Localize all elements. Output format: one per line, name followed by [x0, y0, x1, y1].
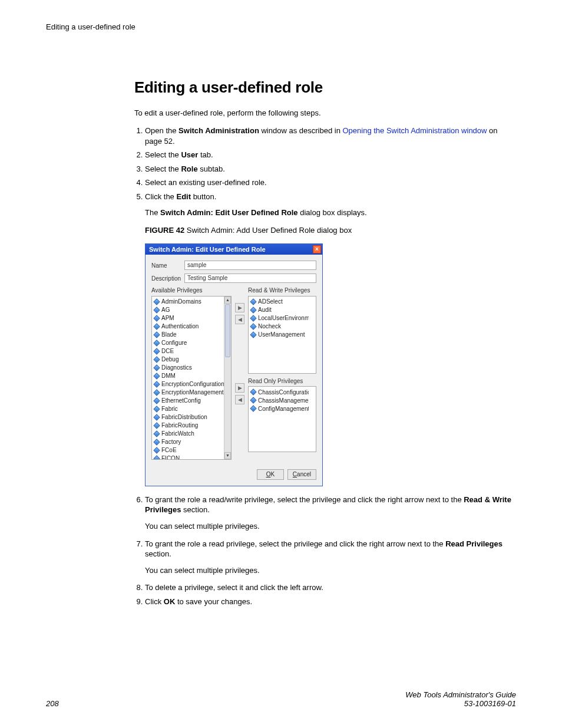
list-item[interactable]: ChassisConfiguration	[250, 388, 309, 396]
move-left-ro-button[interactable]: ◀	[235, 395, 244, 404]
available-privileges-list[interactable]: AdminDomainsAGAPMAuthenticationBladeConf…	[151, 296, 232, 460]
description-label: Description	[151, 275, 184, 283]
scroll-down-icon[interactable]: ▼	[224, 452, 231, 459]
move-right-ro-button[interactable]: ▶	[235, 383, 244, 393]
dialog-title: Switch Admin: Edit User Defined Role	[149, 245, 266, 254]
privilege-icon	[153, 307, 160, 313]
description-field[interactable]: Testing Sample	[184, 274, 316, 283]
available-privileges-label: Available Privileges	[151, 286, 232, 295]
name-label: Name	[151, 262, 184, 270]
footer-docnum: 53-1003169-01	[464, 699, 516, 708]
scroll-up-icon[interactable]: ▲	[224, 297, 231, 304]
privilege-icon	[153, 364, 160, 371]
privilege-icon	[153, 389, 160, 396]
privilege-icon	[153, 439, 160, 445]
dialog-titlebar: Switch Admin: Edit User Defined Role ×	[146, 244, 322, 255]
move-right-rw-button[interactable]: ▶	[235, 303, 244, 312]
step-1: Open the Switch Administration window as…	[145, 126, 516, 146]
step-4: Select an existing user-defined role.	[145, 177, 516, 188]
name-field[interactable]: sample	[184, 261, 316, 270]
list-item[interactable]: EncryptionConfiguration	[153, 380, 224, 388]
privilege-icon	[153, 348, 160, 354]
ro-privileges-list[interactable]: ChassisConfigurationChassisManagementCon…	[248, 386, 316, 452]
step-5: Click the Edit button. The Switch Admin:…	[145, 192, 516, 486]
move-left-rw-button[interactable]: ◀	[235, 315, 244, 324]
privilege-icon	[250, 397, 256, 404]
privilege-icon	[153, 414, 160, 420]
list-item[interactable]: FabricWatch	[153, 430, 224, 438]
page-number: 208	[46, 699, 59, 708]
list-item[interactable]: Authentication	[153, 322, 224, 331]
privilege-icon	[153, 315, 160, 321]
list-item[interactable]: FabricRouting	[153, 421, 224, 430]
cancel-button[interactable]: Cancel	[287, 469, 316, 480]
privilege-icon	[153, 406, 160, 412]
scroll-thumb[interactable]	[225, 304, 230, 357]
list-item[interactable]: EthernetConfig	[153, 397, 224, 405]
privilege-icon	[250, 307, 256, 313]
intro-text: To edit a user-defined role, perform the…	[134, 108, 516, 117]
step-6: To grant the role a read/write privilege…	[145, 495, 516, 532]
running-head: Editing a user-defined role	[46, 22, 516, 31]
edit-role-dialog: Switch Admin: Edit User Defined Role × N…	[145, 243, 323, 486]
list-item[interactable]: DMM	[153, 372, 224, 380]
list-item[interactable]: ChassisManagement	[250, 396, 309, 404]
list-item[interactable]: AG	[153, 306, 224, 314]
ok-button[interactable]: OK	[257, 469, 284, 480]
step-3: Select the Role subtab.	[145, 164, 516, 174]
privilege-icon	[153, 323, 160, 330]
page-footer: 208 Web Tools Administrator's Guide 53-1…	[46, 690, 516, 708]
privilege-icon	[153, 340, 160, 346]
list-item[interactable]: Configure	[153, 339, 224, 347]
list-item[interactable]: Factory	[153, 438, 224, 446]
rw-privileges-list[interactable]: ADSelectAuditLocalUserEnvironmentNocheck…	[248, 296, 316, 374]
steps-list: Open the Switch Administration window as…	[134, 126, 516, 607]
list-item[interactable]: FICON	[153, 454, 224, 459]
list-item[interactable]: EncryptionManagement	[153, 388, 224, 397]
privilege-icon	[153, 447, 160, 453]
privilege-icon	[250, 389, 256, 396]
rw-privileges-label: Read & Write Privileges	[248, 286, 316, 295]
close-icon[interactable]: ×	[313, 245, 321, 253]
ro-privileges-label: Read Only Privileges	[248, 377, 316, 386]
list-item[interactable]: ConfigManagement	[250, 404, 309, 413]
privilege-icon	[250, 323, 256, 330]
section-title: Editing a user-defined role	[134, 78, 516, 97]
list-item[interactable]: LocalUserEnvironment	[250, 314, 309, 322]
privilege-icon	[153, 381, 160, 387]
list-item[interactable]: ADSelect	[250, 298, 309, 306]
list-item[interactable]: DCE	[153, 347, 224, 355]
privilege-icon	[250, 298, 256, 305]
list-item[interactable]: FCoE	[153, 446, 224, 454]
privilege-icon	[153, 356, 160, 363]
list-item[interactable]: APM	[153, 314, 224, 322]
privilege-icon	[153, 397, 160, 404]
list-item[interactable]: FabricDistribution	[153, 413, 224, 421]
footer-guide: Web Tools Administrator's Guide	[405, 690, 516, 699]
list-item[interactable]: Debug	[153, 355, 224, 364]
list-item[interactable]: Audit	[250, 306, 309, 314]
scrollbar[interactable]: ▲ ▼	[224, 297, 231, 459]
privilege-icon	[250, 315, 256, 321]
list-item[interactable]: UserManagement	[250, 331, 309, 339]
privilege-icon	[153, 430, 160, 437]
privilege-icon	[250, 331, 256, 338]
privilege-icon	[153, 422, 160, 429]
step-8: To delete a privilege, select it and cli…	[145, 582, 516, 593]
step-7: To grant the role a read privilege, sele…	[145, 539, 516, 576]
privilege-icon	[153, 373, 160, 379]
privilege-icon	[153, 331, 160, 338]
list-item[interactable]: Fabric	[153, 405, 224, 413]
link-open-switch-admin[interactable]: Opening the Switch Administration window	[343, 126, 487, 135]
step-2: Select the User tab.	[145, 150, 516, 160]
figure-caption: FIGURE 42 Switch Admin: Add User Defined…	[145, 225, 516, 236]
privilege-icon	[153, 455, 160, 459]
list-item[interactable]: AdminDomains	[153, 298, 224, 306]
privilege-icon	[153, 298, 160, 305]
list-item[interactable]: Blade	[153, 331, 224, 339]
list-item[interactable]: Diagnostics	[153, 364, 224, 372]
step-9: Click OK to save your changes.	[145, 597, 516, 607]
privilege-icon	[250, 406, 256, 412]
list-item[interactable]: Nocheck	[250, 322, 309, 331]
